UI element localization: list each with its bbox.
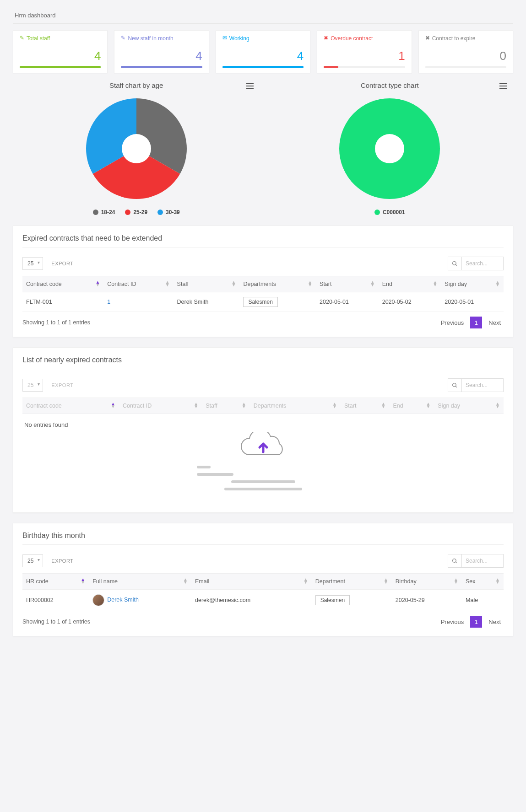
stat-value: 4: [222, 49, 304, 63]
col-end[interactable]: End▲▼: [379, 276, 441, 292]
stat-label: New staff in month: [128, 35, 173, 43]
col-contract-code[interactable]: Contract code▲▼: [22, 276, 103, 292]
col-email[interactable]: Email▲▼: [191, 574, 312, 590]
close-icon: ✖: [324, 35, 328, 41]
page-size-select[interactable]: 25: [22, 257, 43, 270]
search-input[interactable]: [462, 558, 503, 564]
col-staff[interactable]: Staff▲▼: [202, 398, 250, 414]
panel-expired-contracts: Expired contracts that need to be extend…: [13, 226, 513, 337]
expired-table: Contract code▲▼ Contract ID▲▼ Staff▲▼ De…: [22, 276, 504, 312]
panel-title: Expired contracts that need to be extend…: [22, 234, 504, 247]
table-row[interactable]: HR000002 Derek Smith derek@themesic.com …: [22, 590, 504, 611]
mail-icon: ✉: [222, 35, 227, 41]
pager-next[interactable]: Next: [486, 317, 504, 328]
search-input[interactable]: [462, 260, 503, 267]
charts-row: Staff chart by age 18-24 25-29 30-39 Con…: [13, 80, 513, 215]
pager-page-1[interactable]: 1: [470, 317, 482, 328]
pager-previous[interactable]: Previous: [438, 617, 467, 627]
col-sign[interactable]: Sign day▲▼: [434, 398, 504, 414]
pager-page-1[interactable]: 1: [470, 616, 482, 628]
empty-message: No entries found: [24, 421, 504, 428]
legend-item[interactable]: 25-29: [125, 209, 147, 215]
stat-value: 4: [20, 49, 101, 63]
search-icon[interactable]: [448, 257, 462, 270]
cell-code: FLTM-001: [22, 292, 103, 312]
svg-point-5: [453, 383, 456, 387]
cell-email: derek@themesic.com: [191, 590, 312, 611]
svg-point-3: [453, 261, 456, 265]
col-end[interactable]: End▲▼: [389, 398, 434, 414]
chart-legend: 18-24 25-29 30-39: [13, 209, 260, 215]
search-input[interactable]: [462, 382, 503, 388]
legend-item[interactable]: 30-39: [157, 209, 180, 215]
stats-row: ✎Total staff 4 ✎New staff in month 4 ✉Wo…: [13, 30, 513, 73]
department-tag[interactable]: Salesmen: [243, 297, 277, 307]
search-icon[interactable]: [448, 554, 462, 567]
search-icon[interactable]: [448, 379, 462, 392]
col-full-name[interactable]: Full name▲▼: [89, 574, 191, 590]
col-department[interactable]: Department▲▼: [312, 574, 392, 590]
panel-nearly-expired: List of nearly expired contracts 25 EXPO…: [13, 347, 513, 513]
stat-total-staff[interactable]: ✎Total staff 4: [13, 30, 108, 73]
stat-label: Contract to expire: [432, 35, 476, 43]
cell-sign: 2020-05-01: [441, 292, 504, 312]
avatar: [92, 594, 104, 606]
empty-illustration: [22, 432, 504, 490]
department-tag[interactable]: Salesmen: [315, 595, 350, 605]
donut-chart: [335, 94, 445, 204]
col-hr-code[interactable]: HR code▲▼: [22, 574, 89, 590]
svg-line-8: [456, 562, 457, 563]
pager-previous[interactable]: Previous: [438, 317, 467, 328]
staff-name-link[interactable]: Derek Smith: [107, 597, 139, 603]
edit-icon: ✎: [20, 35, 24, 41]
cloud-upload-icon: [236, 432, 291, 459]
chart-contract: Contract type chart C000001: [266, 80, 514, 215]
col-contract-id[interactable]: Contract ID▲▼: [103, 276, 173, 292]
export-button[interactable]: EXPORT: [51, 558, 73, 564]
col-departments[interactable]: Departments▲▼: [250, 398, 341, 414]
col-staff[interactable]: Staff▲▼: [174, 276, 240, 292]
panel-title: List of nearly expired contracts: [22, 356, 504, 369]
stat-expire[interactable]: ✖Contract to expire 0: [418, 30, 513, 73]
svg-line-6: [456, 386, 457, 387]
col-start[interactable]: Start▲▼: [341, 398, 389, 414]
pager-next[interactable]: Next: [486, 617, 504, 627]
cell-birthday: 2020-05-29: [392, 590, 462, 611]
stat-new-staff[interactable]: ✎New staff in month 4: [114, 30, 209, 73]
chart-menu-button[interactable]: [244, 81, 255, 91]
chart-menu-button[interactable]: [498, 81, 509, 91]
col-contract-code[interactable]: Contract code▲▼: [22, 398, 119, 414]
nearly-table: Contract code▲▼ Contract ID▲▼ Staff▲▼ De…: [22, 398, 504, 414]
svg-point-0: [122, 134, 151, 163]
col-start[interactable]: Start▲▼: [316, 276, 379, 292]
stat-label: Working: [229, 35, 249, 43]
svg-point-2: [375, 134, 404, 163]
stat-value: 0: [425, 49, 506, 63]
contract-id-link[interactable]: 1: [107, 299, 110, 305]
cell-staff: Derek Smith: [174, 292, 240, 312]
chart-age: Staff chart by age 18-24 25-29 30-39: [13, 80, 260, 215]
svg-point-7: [453, 559, 456, 562]
page-title: Hrm dashboard: [13, 9, 513, 24]
stat-overdue[interactable]: ✖Overdue contract 1: [317, 30, 412, 73]
col-departments[interactable]: Departments▲▼: [239, 276, 316, 292]
col-sign[interactable]: Sign day▲▼: [441, 276, 504, 292]
page-size-select[interactable]: 25: [22, 379, 43, 392]
export-button[interactable]: EXPORT: [51, 261, 73, 266]
chart-title: Staff chart by age: [13, 81, 260, 89]
cell-start: 2020-05-01: [316, 292, 379, 312]
legend-item[interactable]: 18-24: [93, 209, 115, 215]
col-sex[interactable]: Sex▲▼: [462, 574, 504, 590]
col-contract-id[interactable]: Contract ID▲▼: [119, 398, 202, 414]
stat-working[interactable]: ✉Working 4: [216, 30, 310, 73]
table-row[interactable]: FLTM-001 1 Derek Smith Salesmen 2020-05-…: [22, 292, 504, 312]
page-size-select[interactable]: 25: [22, 554, 43, 567]
svg-line-4: [456, 264, 457, 266]
export-button[interactable]: EXPORT: [51, 382, 73, 388]
chart-legend: C000001: [266, 209, 514, 215]
legend-item[interactable]: C000001: [374, 209, 405, 215]
close-icon: ✖: [425, 35, 430, 41]
birthday-table: HR code▲▼ Full name▲▼ Email▲▼ Department…: [22, 573, 504, 611]
col-birthday[interactable]: Birthday▲▼: [392, 574, 462, 590]
cell-hr-code: HR000002: [22, 590, 89, 611]
